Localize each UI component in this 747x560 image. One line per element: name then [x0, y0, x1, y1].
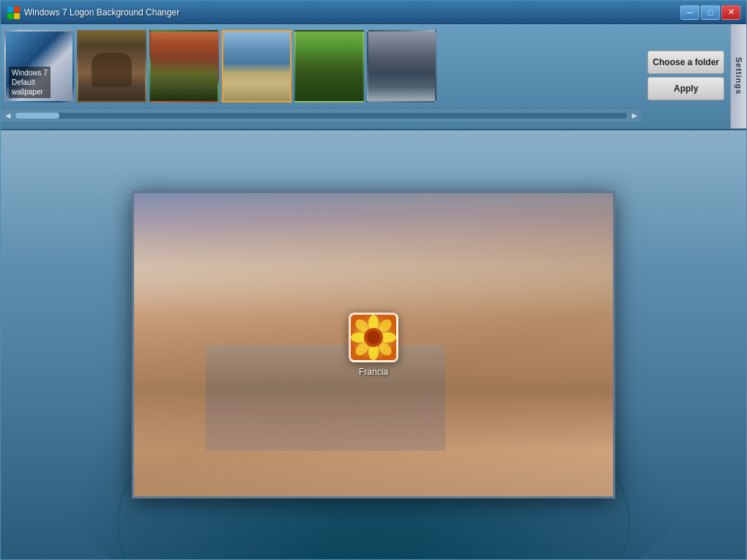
svg-rect-3	[14, 13, 20, 19]
thumbnail-scrollbar[interactable]: ◄ ►	[1, 108, 642, 122]
preview-monitor: Francia	[132, 191, 615, 499]
scroll-track[interactable]	[15, 113, 627, 119]
apply-button[interactable]: Apply	[647, 77, 724, 100]
thumbnail-beach[interactable]	[222, 30, 291, 102]
action-buttons: Choose a folder Apply	[642, 24, 730, 129]
close-button[interactable]: ✕	[721, 5, 740, 20]
thumbnail-elephant[interactable]	[77, 30, 146, 102]
app-icon	[7, 6, 20, 19]
toolbar-inner: Windows 7 Default wallpaper	[1, 24, 642, 129]
settings-tab[interactable]: Settings	[730, 24, 746, 129]
window-title: Windows 7 Logon Background Changer	[24, 7, 680, 18]
choose-folder-button[interactable]: Choose a folder	[647, 51, 724, 74]
maximize-button[interactable]: □	[701, 5, 720, 20]
toolbar-right: Choose a folder Apply Settings	[642, 24, 746, 129]
user-avatar	[349, 313, 398, 362]
toolbar: Windows 7 Default wallpaper	[1, 24, 746, 130]
thumbnail-default[interactable]: Windows 7 Default wallpaper	[4, 30, 74, 102]
default-label: Windows 7 Default wallpaper	[9, 67, 51, 98]
user-icon-container: Francia	[349, 313, 398, 377]
minimize-button[interactable]: ─	[680, 5, 699, 20]
preview-screen: Francia	[134, 193, 613, 496]
main-content: Francia	[1, 130, 746, 559]
scroll-thumb[interactable]	[15, 113, 59, 119]
scroll-right-arrow[interactable]: ►	[630, 111, 639, 121]
user-name-label: Francia	[359, 367, 388, 377]
svg-rect-1	[14, 7, 20, 12]
thumbnail-green-hills[interactable]	[294, 30, 364, 102]
svg-rect-0	[7, 7, 13, 12]
user-avatar-image	[351, 315, 396, 360]
window-controls: ─ □ ✕	[680, 5, 740, 20]
thumbnail-row: Windows 7 Default wallpaper	[1, 24, 642, 108]
thumbnail-coastal[interactable]	[367, 30, 436, 102]
main-window: Windows 7 Logon Background Changer ─ □ ✕…	[0, 0, 747, 560]
thumbnail-strip-area: Windows 7 Default wallpaper	[1, 24, 642, 129]
thumbnail-mountain[interactable]	[149, 30, 219, 102]
title-bar: Windows 7 Logon Background Changer ─ □ ✕	[1, 1, 746, 24]
preview-stone-wall	[206, 345, 445, 451]
scroll-left-arrow[interactable]: ◄	[4, 111, 12, 121]
svg-rect-2	[7, 13, 13, 19]
svg-point-14	[367, 331, 380, 344]
